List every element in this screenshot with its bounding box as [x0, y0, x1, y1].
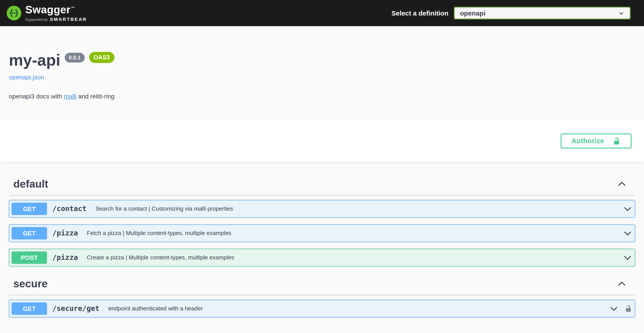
authorize-button[interactable]: Authorize: [560, 134, 632, 148]
operation-summary[interactable]: GET /secure/get endpoint authenticated w…: [9, 300, 635, 317]
expand-chevron-icon[interactable]: [609, 304, 619, 313]
swagger-ui-page: Swagger™ Supported by SMARTBEAR Select a…: [0, 0, 644, 333]
supported-by-text: Supported by: [25, 17, 48, 22]
definition-select-value: openapi: [460, 9, 486, 17]
padlock-icon: [624, 304, 632, 312]
collapse-chevron-icon[interactable]: [618, 280, 626, 288]
operation-description: endpoint authenticated with a header: [104, 305, 609, 312]
tag-header-default[interactable]: default: [9, 173, 635, 196]
malli-link[interactable]: malli: [64, 93, 77, 100]
operation-description: Create a pizza | Multiple content-types,…: [82, 254, 623, 261]
definition-select[interactable]: openapi: [454, 7, 631, 20]
smartbear-brand: SMARTBEAR: [50, 16, 87, 22]
api-title: my-api: [9, 50, 60, 70]
tag-name: secure: [13, 278, 48, 290]
dropdown-chevron-icon: [618, 10, 624, 16]
operation-summary[interactable]: GET /pizza Fetch a pizza | Multiple cont…: [9, 225, 635, 242]
oas3-badge: OAS3: [89, 52, 114, 63]
operation-path: /contact: [52, 205, 86, 213]
authorize-button-label: Authorize: [571, 137, 604, 145]
opblock-post-pizza: POST /pizza Create a pizza | Multiple co…: [9, 249, 635, 266]
unlock-icon: [612, 136, 621, 146]
method-badge: GET: [12, 203, 47, 215]
tag-header-secure[interactable]: secure: [9, 273, 635, 295]
topbar: Swagger™ Supported by SMARTBEAR Select a…: [0, 0, 644, 26]
tag-name: default: [13, 178, 48, 191]
opblock-get-contact: GET /contact Search for a contact | Cust…: [9, 200, 635, 218]
api-description: openapi3 docs with malli and reitit-ring: [9, 92, 635, 120]
method-badge: GET: [12, 227, 47, 240]
tag-section-default: default GET /contact Search for a contac…: [9, 173, 635, 266]
expand-chevron-icon[interactable]: [623, 204, 632, 214]
operation-summary[interactable]: GET /contact Search for a contact | Cust…: [9, 200, 635, 217]
expand-chevron-icon[interactable]: [623, 253, 632, 262]
spec-file-link[interactable]: openapi.json: [9, 73, 44, 82]
scheme-container: Authorize: [0, 120, 644, 162]
method-badge: GET: [12, 302, 47, 314]
expand-chevron-icon[interactable]: [623, 228, 632, 238]
trademark-symbol: ™: [71, 6, 75, 10]
info-section: my-api 0.0.1 OAS3 openapi.json openapi3 …: [0, 26, 644, 120]
logo-wordmark: Swagger™: [25, 4, 87, 15]
authorization-lock-button[interactable]: [624, 304, 632, 312]
swagger-logo-icon: [7, 6, 21, 20]
operation-description: Search for a contact | Customizing via m…: [91, 206, 623, 212]
operation-summary[interactable]: POST /pizza Create a pizza | Multiple co…: [9, 249, 635, 266]
operation-description: Fetch a pizza | Multiple content-types, …: [82, 230, 623, 236]
operation-path: /secure/get: [52, 304, 99, 312]
version-badge: 0.0.1: [65, 52, 84, 62]
method-badge: POST: [12, 252, 47, 264]
opblock-get-pizza: GET /pizza Fetch a pizza | Multiple cont…: [9, 224, 635, 242]
operation-path: /pizza: [52, 254, 78, 262]
collapse-chevron-icon[interactable]: [618, 180, 626, 189]
operation-path: /pizza: [52, 229, 78, 238]
swagger-logo[interactable]: Swagger™ Supported by SMARTBEAR: [7, 4, 87, 22]
definition-select-label: Select a definition: [392, 9, 448, 17]
tag-section-secure: secure GET /secure/get endpoint authenti…: [9, 273, 635, 318]
operations-list: default GET /contact Search for a contac…: [0, 173, 644, 333]
opblock-get-secure-get: GET /secure/get endpoint authenticated w…: [9, 300, 635, 317]
